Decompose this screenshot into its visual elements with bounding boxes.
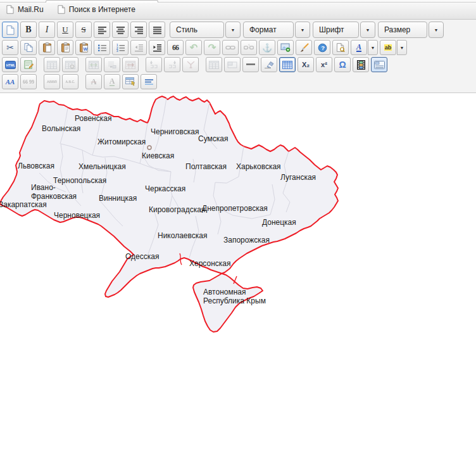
insert-media-button[interactable] <box>353 57 369 72</box>
table-column-delete-icon <box>125 61 135 69</box>
font-dropdown-arrow[interactable]: ▼ <box>360 22 375 38</box>
anchor-button[interactable]: ⚓ <box>259 40 275 55</box>
remove-format-button[interactable] <box>261 57 277 72</box>
blockquote-button[interactable]: 66 <box>167 40 184 55</box>
region-label: Львовская <box>18 162 54 170</box>
fieldset-icon <box>374 61 385 69</box>
change-case-button[interactable]: AA <box>2 74 18 89</box>
table-properties-button[interactable] <box>44 57 60 72</box>
paste-word-icon: W <box>79 42 89 53</box>
page-icon <box>58 5 65 14</box>
align-right-button[interactable] <box>130 22 147 38</box>
style-dropdown-value[interactable]: Стиль <box>170 22 224 38</box>
highlight-color-button[interactable]: ab <box>380 40 396 55</box>
horizontal-rule-button[interactable] <box>242 57 259 72</box>
size-dropdown-arrow[interactable]: ▼ <box>429 22 444 38</box>
region-label: Франковская <box>31 192 77 201</box>
redo-button[interactable]: ↷ <box>204 40 220 55</box>
region-label: Черновецкая <box>54 211 100 220</box>
region-label: Днепропетровская <box>202 204 268 213</box>
subscript-button[interactable]: X₂ <box>298 57 314 72</box>
region-label: Николаевская <box>158 231 207 240</box>
delete-row-button[interactable] <box>104 57 120 72</box>
scissors-icon: ✂ <box>6 42 14 53</box>
copy-button[interactable] <box>20 40 37 55</box>
superscript-button[interactable]: x² <box>316 57 332 72</box>
table-cell-button[interactable] <box>224 57 241 72</box>
paste-word-button[interactable]: W <box>75 40 92 55</box>
bullet-list-button[interactable] <box>94 40 110 55</box>
subscript-icon: X₂ <box>302 61 310 68</box>
align-justify-button[interactable] <box>149 22 165 38</box>
region-label: Запорожская <box>223 236 270 245</box>
size-dropdown: Размер ▼ <box>378 22 444 38</box>
cell-properties-button[interactable] <box>62 57 78 72</box>
new-document-button[interactable] <box>2 22 18 38</box>
svg-text:W: W <box>83 47 87 51</box>
underline-button[interactable]: U <box>57 22 73 38</box>
align-left-icon <box>97 26 107 34</box>
inserted-text-button[interactable]: A <box>104 74 120 89</box>
undo-button[interactable]: ↶ <box>185 40 202 55</box>
paragraph-button[interactable] <box>141 74 157 89</box>
eraser-icon <box>264 61 274 68</box>
html-source-button[interactable]: HTML <box>2 57 18 72</box>
insert-link-button[interactable] <box>222 40 239 55</box>
insert-row-button[interactable] <box>85 57 102 72</box>
text-color-arrow[interactable]: ▼ <box>368 40 378 55</box>
region-label: Республика Крым <box>203 296 266 305</box>
special-char-button[interactable]: Ω <box>334 57 351 72</box>
paste-button[interactable] <box>39 40 55 55</box>
region-label: Черкасская <box>145 184 185 193</box>
insert-image-button[interactable] <box>277 40 294 55</box>
superscript-icon: x² <box>321 61 327 68</box>
indent-button[interactable] <box>149 40 165 55</box>
highlight-color-arrow[interactable]: ▼ <box>397 40 407 55</box>
abbreviation-button[interactable]: ABBR <box>44 74 60 89</box>
strikethrough-button[interactable]: S <box>75 22 92 38</box>
insert-form-button[interactable] <box>122 74 139 89</box>
region-label: Закарпатская <box>0 200 47 209</box>
help-button[interactable]: ? <box>314 40 330 55</box>
split-cell-button[interactable] <box>182 57 199 72</box>
insert-table-button[interactable] <box>279 57 296 72</box>
region-label: Автономная <box>203 288 246 296</box>
cell-split-icon <box>186 60 196 69</box>
italic-button[interactable]: I <box>39 22 55 38</box>
bold-button[interactable]: B <box>20 22 37 38</box>
font-dropdown-value[interactable]: Шрифт <box>313 22 359 38</box>
outdent-button[interactable] <box>130 40 147 55</box>
tab-internet-search[interactable]: Поиск в Интернете <box>58 5 135 14</box>
merge-cell-up-button[interactable] <box>164 57 180 72</box>
fieldset-button[interactable] <box>371 57 387 72</box>
ukraine-map[interactable]: Ровенская Волынская Черниговская Сумская… <box>0 96 361 339</box>
acronym-button[interactable]: A.B.C. <box>62 74 78 89</box>
cut-button[interactable]: ✂ <box>2 40 18 55</box>
style-dropdown-arrow[interactable]: ▼ <box>225 22 241 38</box>
align-left-button[interactable] <box>94 22 110 38</box>
format-dropdown-value[interactable]: Формат <box>243 22 294 38</box>
text-color-icon: A <box>356 44 361 52</box>
text-color-button[interactable]: A <box>351 40 367 55</box>
preview-button[interactable] <box>332 40 349 55</box>
table-button[interactable] <box>206 57 222 72</box>
copy-icon <box>24 43 34 53</box>
editor-content-area[interactable]: Ровенская Волынская Черниговская Сумская… <box>0 93 476 450</box>
strikethrough-icon: S <box>81 25 85 35</box>
edit-page-button[interactable] <box>20 57 37 72</box>
deleted-text-button[interactable]: A <box>85 74 102 89</box>
remove-link-button[interactable] <box>241 40 257 55</box>
tab-mailru[interactable]: Mail.Ru <box>6 5 44 14</box>
format-painter-button[interactable] <box>296 40 312 55</box>
smart-quotes-button[interactable]: 66 99 <box>20 74 37 89</box>
chevron-down-icon: ▼ <box>301 28 305 32</box>
paste-text-button[interactable] <box>57 40 73 55</box>
toolbar-row-4: AA 66 99 ABBR A.B.C. A A <box>2 74 474 89</box>
format-dropdown-arrow[interactable]: ▼ <box>295 22 310 38</box>
merge-cell-down-button[interactable] <box>146 57 162 72</box>
numbered-list-button[interactable]: 123 <box>112 40 128 55</box>
size-dropdown-value[interactable]: Размер <box>378 22 427 38</box>
align-center-button[interactable] <box>112 22 128 38</box>
page-edit-icon <box>24 60 34 70</box>
delete-column-button[interactable] <box>122 57 139 72</box>
